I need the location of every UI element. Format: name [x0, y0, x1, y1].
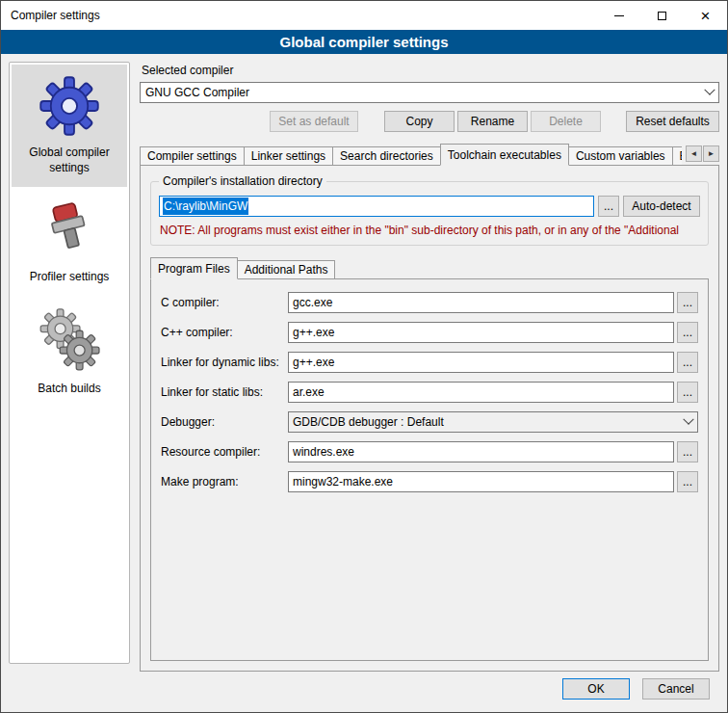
resource-compiler-field: Resource compiler: ... [161, 441, 698, 462]
browse-button[interactable]: ... [677, 441, 698, 462]
titlebar: Compiler settings × [1, 1, 727, 30]
compiler-gear-icon [39, 76, 99, 136]
browse-directory-button[interactable]: ... [598, 196, 619, 217]
cpp-compiler-input[interactable] [288, 322, 674, 343]
browse-button[interactable]: ... [677, 471, 698, 492]
maximize-icon [658, 12, 666, 20]
tab-additional-paths[interactable]: Additional Paths [237, 260, 336, 279]
tab-linker-settings[interactable]: Linker settings [244, 146, 333, 166]
debugger-field: Debugger: GDB/CDB debugger : Default [161, 411, 698, 433]
browse-button[interactable]: ... [677, 382, 698, 403]
batch-builds-gears-icon [35, 308, 104, 372]
field-label: C compiler: [161, 296, 288, 309]
dialog-footer: OK Cancel [1, 673, 727, 712]
tab-program-files[interactable]: Program Files [150, 257, 238, 279]
set-as-default-button: Set as default [270, 111, 358, 132]
tabs-scroll-area: Compiler settings Linker settings Search… [140, 144, 682, 166]
field-label: Resource compiler: [161, 445, 288, 459]
browse-button[interactable]: ... [677, 352, 698, 373]
dialog-body: Global compiler settings Profiler settin… [1, 54, 727, 673]
chevron-down-icon [701, 83, 718, 102]
window-title: Compiler settings [1, 9, 100, 22]
dialog-header: Global compiler settings [1, 30, 727, 54]
tab-search-directories[interactable]: Search directories [332, 146, 441, 166]
sidebar-item-batch-builds[interactable]: Batch builds [12, 297, 127, 409]
static-linker-input[interactable] [288, 382, 674, 403]
installation-directory-label: Compiler's installation directory [159, 174, 326, 188]
main-content: Selected compiler GNU GCC Compiler Set a… [140, 62, 719, 672]
c-compiler-field: C compiler: ... [161, 292, 698, 313]
ok-button[interactable]: OK [562, 678, 630, 700]
minimize-icon [614, 15, 624, 16]
settings-sidebar: Global compiler settings Profiler settin… [9, 62, 130, 664]
window-controls: × [597, 1, 727, 30]
field-label: Linker for static libs: [161, 385, 288, 399]
debugger-value: GDB/CDB debugger : Default [293, 415, 444, 429]
close-button[interactable]: × [684, 1, 727, 30]
field-label: Debugger: [161, 415, 288, 429]
bin-note-text: NOTE: All programs must exist either in … [160, 224, 700, 237]
dynamic-linker-field: Linker for dynamic libs: ... [161, 352, 698, 373]
delete-button: Delete [531, 111, 601, 132]
dynamic-linker-input[interactable] [288, 352, 674, 373]
auto-detect-button[interactable]: Auto-detect [623, 196, 700, 217]
minimize-button[interactable] [597, 1, 640, 30]
installation-directory-row: C:\raylib\MinGW ... Auto-detect [159, 196, 700, 217]
c-compiler-input[interactable] [288, 292, 674, 313]
tab-scroll-right-button[interactable]: ► [703, 145, 719, 162]
resource-compiler-input[interactable] [288, 441, 674, 462]
scroll-left-icon: ◄ [690, 150, 698, 158]
cpp-compiler-field: C++ compiler: ... [161, 322, 698, 343]
field-label: C++ compiler: [161, 326, 288, 339]
selected-compiler-dropdown[interactable]: GNU GCC Compiler [140, 82, 719, 103]
tab-toolchain-executables[interactable]: Toolchain executables [440, 144, 569, 166]
static-linker-field: Linker for static libs: ... [161, 382, 698, 403]
tab-custom-variables[interactable]: Custom variables [568, 146, 673, 166]
copy-button[interactable]: Copy [384, 111, 455, 132]
sidebar-item-global-compiler-settings[interactable]: Global compiler settings [12, 65, 127, 187]
sidebar-item-label: Profiler settings [30, 270, 110, 285]
browse-button[interactable]: ... [677, 292, 698, 313]
sidebar-item-label: Batch builds [38, 382, 100, 397]
chevron-down-icon [680, 412, 697, 432]
field-label: Linker for dynamic libs: [161, 356, 288, 369]
program-tabs: Program Files Additional Paths [150, 257, 709, 279]
program-tabs-scroll: Program Files Additional Paths [150, 257, 709, 279]
installation-directory-input[interactable]: C:\raylib\MinGW [159, 196, 594, 217]
sidebar-item-label: Global compiler settings [15, 145, 123, 175]
cancel-button[interactable]: Cancel [642, 678, 710, 700]
tab-compiler-settings[interactable]: Compiler settings [140, 146, 245, 166]
scroll-right-icon: ► [708, 150, 715, 158]
toolchain-executables-panel: Compiler's installation directory C:\ray… [140, 165, 719, 672]
tab-scroll-left-button[interactable]: ◄ [686, 145, 702, 162]
sidebar-item-profiler-settings[interactable]: Profiler settings [12, 187, 127, 297]
selected-compiler-label: Selected compiler [142, 64, 719, 77]
tab-scroll-buttons: ◄ ► [686, 145, 719, 162]
reset-defaults-button[interactable]: Reset defaults [626, 111, 719, 132]
debugger-dropdown[interactable]: GDB/CDB debugger : Default [288, 411, 698, 433]
make-program-field: Make program: ... [161, 471, 698, 492]
program-files-panel: C compiler: ... C++ compiler: ... Linker… [150, 278, 709, 661]
make-program-input[interactable] [288, 471, 674, 492]
rename-button[interactable]: Rename [457, 111, 528, 132]
browse-button[interactable]: ... [677, 322, 698, 343]
installation-directory-group: Compiler's installation directory C:\ray… [150, 181, 709, 246]
maximize-button[interactable] [640, 1, 684, 30]
selected-compiler-value: GNU GCC Compiler [145, 86, 249, 99]
compiler-actions: Set as default Copy Rename Delete Reset … [140, 111, 719, 132]
profiler-tool-icon [41, 198, 97, 260]
selected-path-text: C:\raylib\MinGW [163, 198, 248, 215]
field-label: Make program: [161, 475, 288, 489]
close-icon: × [701, 8, 711, 24]
compiler-tabs: Compiler settings Linker settings Search… [140, 144, 719, 166]
tab-build-options[interactable]: Builc [672, 146, 682, 166]
compiler-settings-window: Compiler settings × Global compiler sett… [0, 0, 728, 713]
